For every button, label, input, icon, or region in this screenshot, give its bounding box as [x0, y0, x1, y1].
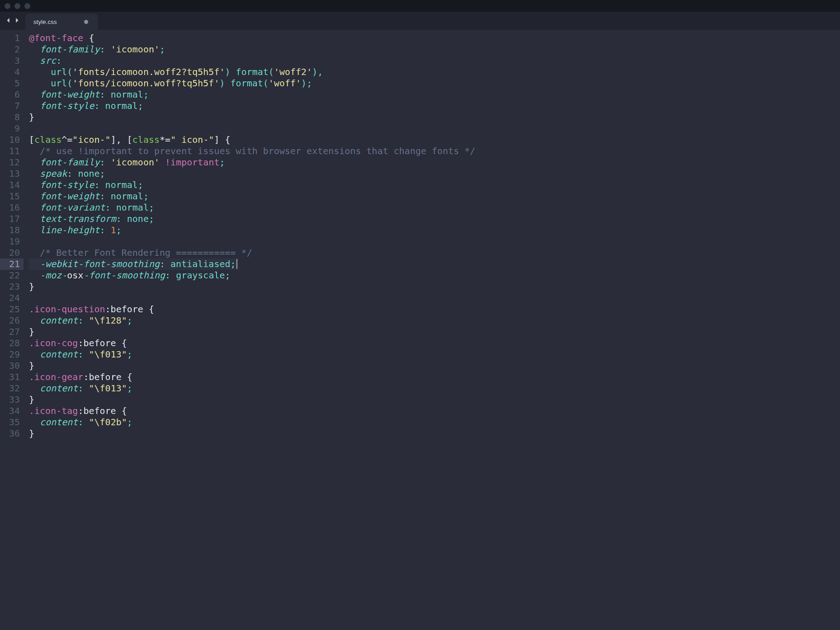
code-line[interactable]: font-family: 'icomoon';	[29, 44, 475, 55]
code-line[interactable]: }	[29, 428, 475, 439]
line-number: 33	[0, 394, 24, 405]
tab-filename-label: style.css	[33, 19, 57, 25]
tab-bar: style.css	[0, 12, 840, 30]
code-line[interactable]: [class^="icon-"], [class*=" icon-"] {	[29, 134, 475, 146]
code-line[interactable]: }	[29, 326, 475, 338]
code-line[interactable]: content: "\f128";	[29, 315, 475, 326]
line-number: 13	[0, 168, 24, 179]
line-number: 23	[0, 281, 24, 292]
nav-back-icon[interactable]	[5, 17, 12, 25]
line-number: 36	[0, 428, 24, 439]
line-number: 35	[0, 417, 24, 428]
line-number: 12	[0, 157, 24, 168]
code-line[interactable]: -moz-osx-font-smoothing: grayscale;	[29, 270, 475, 281]
tab-stylecss[interactable]: style.css	[25, 14, 98, 30]
code-line[interactable]: }	[29, 360, 475, 371]
line-number: 25	[0, 304, 24, 315]
code-line[interactable]	[29, 123, 475, 134]
code-line[interactable]: content: "\f013";	[29, 349, 475, 360]
code-line[interactable]: font-weight: normal;	[29, 191, 475, 202]
line-number: 26	[0, 315, 24, 326]
line-number: 5	[0, 78, 24, 89]
line-number: 21	[0, 259, 24, 270]
line-number: 14	[0, 179, 24, 191]
line-number: 4	[0, 66, 24, 78]
line-number: 29	[0, 349, 24, 360]
line-number: 30	[0, 360, 24, 371]
code-line[interactable]: }	[29, 394, 475, 405]
line-number: 7	[0, 100, 24, 112]
window-titlebar	[0, 0, 840, 12]
nav-forward-icon[interactable]	[14, 17, 20, 25]
close-window-icon[interactable]	[5, 3, 10, 9]
unsaved-dot-icon	[84, 20, 88, 24]
line-number: 2	[0, 44, 24, 55]
line-number: 24	[0, 292, 24, 304]
line-number: 22	[0, 270, 24, 281]
line-number: 15	[0, 191, 24, 202]
code-line[interactable]: url('fonts/icomoon.woff?tq5h5f') format(…	[29, 78, 475, 89]
line-number: 11	[0, 146, 24, 157]
code-line[interactable]: -webkit-font-smoothing: antialiased;	[29, 259, 238, 270]
code-line[interactable]: }	[29, 281, 475, 292]
code-line[interactable]: .icon-question:before {	[29, 304, 475, 315]
line-number: 3	[0, 55, 24, 66]
code-line[interactable]: speak: none;	[29, 168, 475, 179]
line-number: 20	[0, 247, 24, 259]
line-number: 10	[0, 134, 24, 146]
code-line[interactable]: src:	[29, 55, 475, 66]
line-number: 19	[0, 236, 24, 247]
code-line[interactable]: content: "\f02b";	[29, 417, 475, 428]
code-line[interactable]: font-style: normal;	[29, 179, 475, 191]
code-line[interactable]: /* use !important to prevent issues with…	[29, 146, 475, 157]
code-line[interactable]: font-family: 'icomoon' !important;	[29, 157, 475, 168]
line-number: 34	[0, 405, 24, 417]
code-line[interactable]: text-transform: none;	[29, 213, 475, 225]
code-line[interactable]	[29, 236, 475, 247]
line-number: 6	[0, 89, 24, 100]
code-line[interactable]: .icon-gear:before {	[29, 371, 475, 383]
line-number: 27	[0, 326, 24, 338]
code-line[interactable]: /* Better Font Rendering =========== */	[29, 247, 475, 259]
code-line[interactable]: url('fonts/icomoon.woff2?tq5h5f') format…	[29, 66, 475, 78]
code-line[interactable]: font-variant: normal;	[29, 202, 475, 213]
line-number: 31	[0, 371, 24, 383]
code-line[interactable]: font-weight: normal;	[29, 89, 475, 100]
code-line[interactable]	[29, 292, 475, 304]
code-line[interactable]: line-height: 1;	[29, 225, 475, 236]
code-line[interactable]: .icon-tag:before {	[29, 405, 475, 417]
code-line[interactable]: content: "\f013";	[29, 383, 475, 394]
code-line[interactable]: @font-face {	[29, 33, 475, 44]
zoom-window-icon[interactable]	[24, 3, 30, 9]
code-editor[interactable]: 1234567891011121314151617181920212223242…	[0, 30, 840, 630]
line-number: 17	[0, 213, 24, 225]
line-number: 28	[0, 338, 24, 349]
text-cursor	[236, 259, 237, 269]
line-number: 1	[0, 33, 24, 44]
line-number: 16	[0, 202, 24, 213]
line-number-gutter: 1234567891011121314151617181920212223242…	[0, 30, 24, 630]
line-number: 9	[0, 123, 24, 134]
line-number: 8	[0, 112, 24, 123]
minimize-window-icon[interactable]	[14, 3, 20, 9]
code-line[interactable]: }	[29, 112, 475, 123]
line-number: 32	[0, 383, 24, 394]
line-number: 18	[0, 225, 24, 236]
code-area[interactable]: @font-face { font-family: 'icomoon'; src…	[24, 30, 475, 630]
code-line[interactable]: font-style: normal;	[29, 100, 475, 112]
code-line[interactable]: .icon-cog:before {	[29, 338, 475, 349]
